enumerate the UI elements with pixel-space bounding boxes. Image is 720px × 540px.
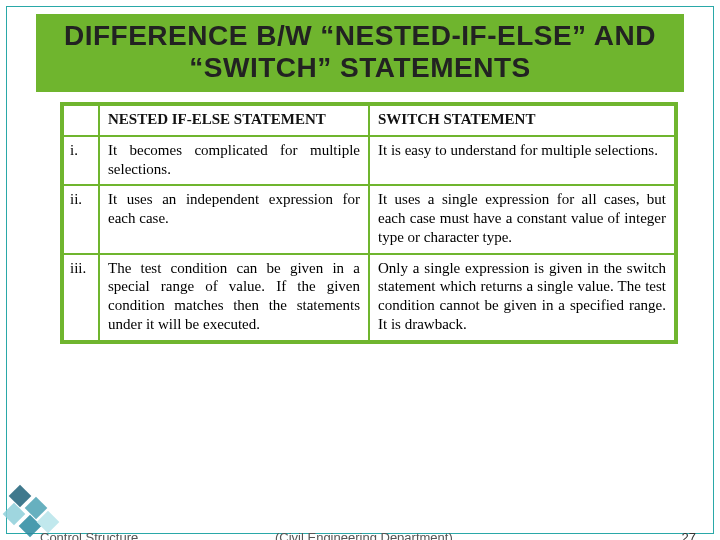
header-blank — [63, 105, 99, 136]
row-index: iii. — [63, 254, 99, 341]
table-row: i. It becomes complicated for multiple s… — [63, 136, 675, 186]
slide-title: DIFFERENCE B/W “NESTED-IF-ELSE” AND “SWI… — [44, 20, 676, 84]
comparison-table: NESTED IF-ELSE STATEMENT SWITCH STATEMEN… — [60, 102, 678, 344]
footer-mid: (Civil Engineering Department) — [275, 530, 453, 540]
cell-nested: The test condition can be given in a spe… — [99, 254, 369, 341]
cell-switch: Only a single expression is given in the… — [369, 254, 675, 341]
cell-switch: It is easy to understand for multiple se… — [369, 136, 675, 186]
header-nested: NESTED IF-ELSE STATEMENT — [99, 105, 369, 136]
table-row: ii. It uses an independent expression fo… — [63, 185, 675, 253]
cell-switch: It uses a single expression for all case… — [369, 185, 675, 253]
footer-left: Control Structure — [40, 530, 138, 540]
table-header-row: NESTED IF-ELSE STATEMENT SWITCH STATEMEN… — [63, 105, 675, 136]
row-index: ii. — [63, 185, 99, 253]
row-index: i. — [63, 136, 99, 186]
page-number: 27 — [682, 530, 696, 540]
cell-nested: It becomes complicated for multiple sele… — [99, 136, 369, 186]
header-switch: SWITCH STATEMENT — [369, 105, 675, 136]
title-banner: DIFFERENCE B/W “NESTED-IF-ELSE” AND “SWI… — [36, 14, 684, 92]
cell-nested: It uses an independent expression for ea… — [99, 185, 369, 253]
table-row: iii. The test condition can be given in … — [63, 254, 675, 341]
